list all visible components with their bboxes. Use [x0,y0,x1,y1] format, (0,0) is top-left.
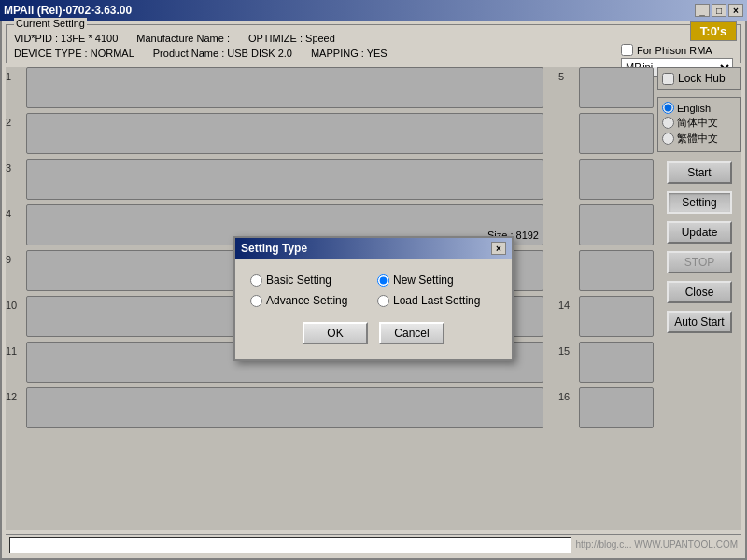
phison-rma-checkbox[interactable] [621,44,633,56]
vid-pid: VID*PID : 13FE * 4100 [14,33,118,44]
content-area: 1 5 2 3 [6,67,741,530]
t0s-badge: T:0's [690,21,737,41]
load-last-setting-label: Load Last Setting [393,294,480,307]
close-button[interactable]: × [728,4,743,17]
load-last-setting-option: Load Last Setting [377,294,497,307]
modal-body: Basic Setting New Setting Advance Settin… [235,259,512,359]
modal-buttons: OK Cancel [250,322,497,344]
setting-row-1: VID*PID : 13FE * 4100 Manufacture Name :… [14,33,733,44]
modal-title-bar: Setting Type × [235,238,512,259]
status-bar: http://blog.c... WWW.UPANTOOL.COM [6,534,741,554]
load-last-setting-radio[interactable] [377,295,389,307]
new-setting-option: New Setting [377,273,497,287]
basic-setting-option: Basic Setting [250,273,370,287]
current-setting-label: Current Setting [14,18,87,29]
title-bar: MPAll (Rel)-0702-3.63.00 _ □ × [0,0,747,21]
new-setting-radio[interactable] [377,274,389,287]
modal-window: Setting Type × Basic Setting [233,236,514,361]
status-input[interactable] [9,537,571,553]
main-window: Current Setting VID*PID : 13FE * 4100 Ma… [0,21,747,560]
title-bar-buttons: _ □ × [695,4,743,17]
advance-setting-option: Advance Setting [250,294,370,307]
advance-setting-label: Advance Setting [266,294,347,307]
mapping-label: MAPPING : YES [311,48,388,59]
modal-close-button[interactable]: × [491,242,506,255]
maximize-button[interactable]: □ [712,4,726,17]
product-name: Product Name : USB DISK 2.0 [153,48,292,59]
device-type: DEVICE TYPE : NORMAL [14,48,134,59]
basic-setting-label: Basic Setting [266,273,331,287]
modal-title: Setting Type [241,242,307,255]
new-setting-label: New Setting [393,273,454,287]
modal-ok-button[interactable]: OK [303,322,368,344]
advance-setting-radio[interactable] [250,295,262,307]
modal-options: Basic Setting New Setting Advance Settin… [250,273,497,307]
app-title: MPAll (Rel)-0702-3.63.00 [4,4,132,17]
current-setting-panel: Current Setting VID*PID : 13FE * 4100 Ma… [6,24,741,63]
modal-cancel-button[interactable]: Cancel [379,322,444,344]
manufacture-name: Manufacture Name : [136,33,230,44]
phison-rma-row: For Phison RMA [621,44,733,56]
basic-setting-radio[interactable] [250,274,262,287]
optimize-label: OPTIMIZE : Speed [248,33,335,44]
phison-rma-label: For Phison RMA [637,45,712,56]
minimize-button[interactable]: _ [695,4,710,17]
modal-overlay: Setting Type × Basic Setting [6,67,741,530]
watermark-url: http://blog.c... WWW.UPANTOOL.COM [575,539,738,550]
